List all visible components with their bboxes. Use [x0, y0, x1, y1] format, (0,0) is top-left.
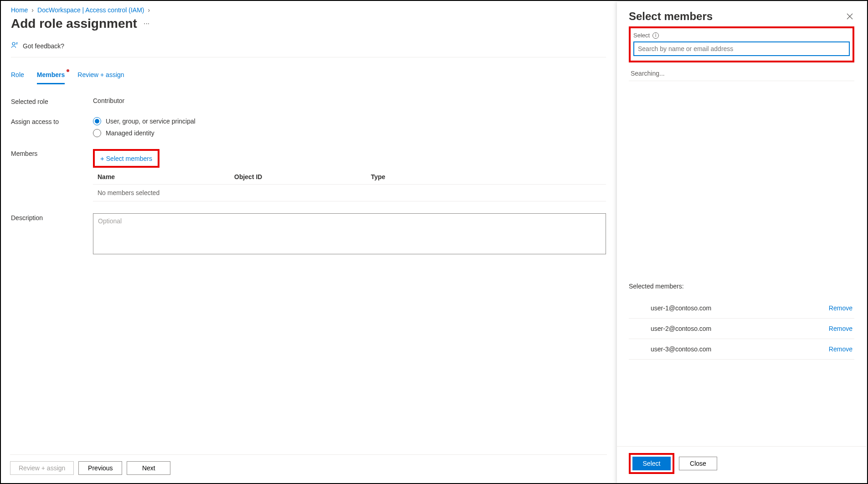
search-label: Select i [633, 32, 850, 39]
members-label: Members [11, 149, 93, 157]
table-empty-row: No members selected [93, 184, 606, 201]
tab-review[interactable]: Review + assign [77, 68, 124, 84]
radio-user-label: User, group, or service principal [106, 118, 195, 125]
remove-member-link[interactable]: Remove [829, 345, 853, 353]
info-icon[interactable]: i [652, 32, 659, 39]
description-label: Description [11, 213, 93, 221]
select-members-panel: Select members Select i Searching... Sel… [617, 2, 866, 483]
title-row: Add role assignment ··· [11, 16, 606, 31]
description-cell [93, 213, 606, 256]
assign-access-label: Assign access to [11, 117, 93, 125]
feedback-icon [11, 41, 19, 51]
review-assign-button[interactable]: Review + assign [10, 461, 74, 475]
member-email: user-1@contoso.com [651, 304, 711, 312]
table-header: Name Object ID Type [93, 170, 606, 184]
next-button[interactable]: Next [127, 461, 170, 475]
list-item: user-2@contoso.com Remove [629, 319, 854, 339]
search-label-text: Select [633, 32, 650, 39]
breadcrumb: Home › DocWorkspace | Access control (IA… [11, 6, 606, 14]
description-input[interactable] [93, 213, 606, 254]
main-content: Home › DocWorkspace | Access control (IA… [1, 1, 616, 483]
radio-managed-label: Managed identity [106, 129, 154, 137]
chevron-right-icon: › [31, 6, 34, 14]
select-members-link[interactable]: + Select members [98, 154, 154, 163]
col-objectid: Object ID [234, 173, 371, 180]
radio-managed-identity[interactable]: Managed identity [93, 129, 606, 137]
members-table: Name Object ID Type No members selected [93, 170, 606, 201]
selected-role-label: Selected role [11, 97, 93, 105]
searching-status: Searching... [629, 66, 854, 81]
select-button[interactable]: Select [632, 457, 671, 470]
selected-members-label: Selected members: [629, 283, 854, 290]
panel-footer: Select Close [617, 446, 866, 483]
members-cell: + Select members Name Object ID Type No … [93, 149, 606, 201]
feedback-link[interactable]: Got feedback? [11, 41, 606, 57]
page-title: Add role assignment [11, 16, 137, 31]
svg-point-0 [12, 42, 15, 45]
member-email: user-2@contoso.com [651, 325, 711, 332]
form: Selected role Contributor Assign access … [11, 97, 606, 256]
breadcrumb-home[interactable]: Home [11, 6, 28, 14]
more-menu-button[interactable]: ··· [144, 20, 149, 28]
selected-members-section: Selected members: user-1@contoso.com Rem… [629, 283, 854, 364]
remove-member-link[interactable]: Remove [829, 304, 853, 312]
close-button[interactable]: Close [679, 457, 717, 470]
wizard-footer: Review + assign Previous Next [10, 454, 607, 475]
remove-member-link[interactable]: Remove [829, 325, 853, 332]
tab-members[interactable]: Members [37, 68, 65, 84]
list-item: user-3@contoso.com Remove [629, 339, 854, 360]
previous-button[interactable]: Previous [78, 461, 122, 475]
panel-body: Select i Searching... Selected members: … [617, 26, 866, 446]
panel-header: Select members [617, 2, 866, 26]
assign-access-radio-group: User, group, or service principal Manage… [93, 117, 606, 137]
feedback-text: Got feedback? [23, 42, 64, 50]
results-spacer [629, 81, 854, 283]
close-icon[interactable] [845, 12, 854, 21]
select-members-highlight: + Select members [93, 149, 159, 168]
tabs: Role Members Review + assign [11, 68, 606, 84]
radio-user-group[interactable]: User, group, or service principal [93, 117, 606, 125]
bottom-spacer [629, 364, 854, 446]
radio-circle-icon [93, 129, 101, 137]
col-type: Type [371, 173, 508, 180]
tab-role[interactable]: Role [11, 68, 24, 84]
chevron-right-icon: › [148, 6, 150, 14]
list-item: user-1@contoso.com Remove [629, 298, 854, 319]
member-email: user-3@contoso.com [651, 345, 711, 353]
breadcrumb-workspace[interactable]: DocWorkspace | Access control (IAM) [37, 6, 144, 14]
search-highlight: Select i [629, 26, 854, 62]
col-name: Name [98, 173, 234, 180]
selected-role-value: Contributor [93, 97, 606, 104]
plus-icon: + [100, 154, 104, 162]
member-search-input[interactable] [633, 41, 850, 56]
radio-circle-icon [93, 117, 101, 125]
select-button-highlight: Select [629, 453, 674, 474]
tab-indicator-dot [67, 69, 69, 72]
select-members-link-text: Select members [106, 155, 152, 162]
panel-title: Select members [629, 10, 713, 23]
tab-members-label: Members [37, 71, 65, 78]
